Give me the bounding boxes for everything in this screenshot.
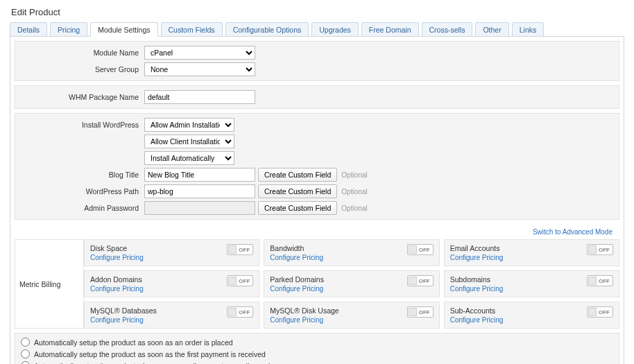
auto-setup-option-1[interactable]: Automatically setup the product as soon … xyxy=(21,348,613,360)
configure-pricing-link[interactable]: Configure Pricing xyxy=(450,285,504,293)
metric-name: Bandwidth xyxy=(270,244,323,252)
metric-name: Sub-Accounts xyxy=(450,306,504,315)
whm-package-label: WHM Package Name xyxy=(19,93,144,101)
auto-setup-option-2[interactable]: Automatically setup the product when you… xyxy=(21,360,613,364)
tab-module-settings[interactable]: Module Settings xyxy=(90,22,157,37)
auto-setup-block: Automatically setup the product as soon … xyxy=(15,333,619,364)
module-name-label: Module Name xyxy=(19,49,144,57)
metric-card: Parked DomainsConfigure PricingOFF xyxy=(264,270,439,297)
metric-toggle[interactable]: OFF xyxy=(227,306,253,318)
metric-card: MySQL® Disk UsageConfigure PricingOFF xyxy=(264,302,439,329)
wordpress-block: Install WordPress Allow Admin Installati… xyxy=(15,113,619,220)
configure-pricing-link[interactable]: Configure Pricing xyxy=(450,254,504,261)
blog-title-optional: Optional xyxy=(341,171,367,179)
metric-name: Disk Space xyxy=(90,244,144,252)
admin-pw-optional: Optional xyxy=(341,205,367,212)
server-group-label: Server Group xyxy=(19,65,144,73)
module-settings-panel: Module Name cPanel Server Group None WHM… xyxy=(10,36,624,364)
metric-toggle[interactable]: OFF xyxy=(227,244,253,255)
auto-setup-radio-1[interactable] xyxy=(21,349,30,358)
metric-card: Addon DomainsConfigure PricingOFF xyxy=(84,270,259,297)
configure-pricing-link[interactable]: Configure Pricing xyxy=(90,285,144,293)
wp-path-optional: Optional xyxy=(341,188,367,196)
metric-toggle[interactable]: OFF xyxy=(587,306,613,318)
metric-toggle[interactable]: OFF xyxy=(407,275,434,286)
tab-configurable-options[interactable]: Configurable Options xyxy=(225,22,309,37)
metric-toggle[interactable]: OFF xyxy=(587,244,613,255)
wp-path-label: WordPress Path xyxy=(19,187,144,196)
tab-details[interactable]: Details xyxy=(10,22,47,37)
auto-setup-label-1: Automatically setup the product as soon … xyxy=(34,350,266,358)
tab-pricing[interactable]: Pricing xyxy=(50,22,87,37)
wp-path-create-field-button[interactable]: Create Custom Field xyxy=(258,184,337,198)
switch-advanced-link[interactable]: Switch to Advanced Mode xyxy=(533,228,612,236)
tab-cross-sells[interactable]: Cross-sells xyxy=(422,22,473,37)
blog-title-label: Blog Title xyxy=(19,171,144,179)
whm-block: WHM Package Name xyxy=(15,85,619,109)
configure-pricing-link[interactable]: Configure Pricing xyxy=(270,285,324,293)
metric-toggle[interactable]: OFF xyxy=(587,275,613,286)
auto-setup-label-2: Automatically setup the product when you… xyxy=(34,362,277,365)
metric-toggle[interactable]: OFF xyxy=(407,244,434,255)
metric-card: SubdomainsConfigure PricingOFF xyxy=(444,270,619,297)
admin-pw-create-field-button[interactable]: Create Custom Field xyxy=(258,201,337,215)
auto-setup-label-0: Automatically setup the product as soon … xyxy=(34,338,233,347)
admin-pw-label: Admin Password xyxy=(19,204,144,212)
configure-pricing-link[interactable]: Configure Pricing xyxy=(270,316,339,324)
module-name-select[interactable]: cPanel xyxy=(144,46,255,60)
metric-name: Subdomains xyxy=(450,275,504,284)
tab-free-domain[interactable]: Free Domain xyxy=(361,22,419,37)
server-group-select[interactable]: None xyxy=(144,62,255,76)
configure-pricing-link[interactable]: Configure Pricing xyxy=(270,254,323,261)
configure-pricing-link[interactable]: Configure Pricing xyxy=(450,316,504,324)
blog-title-input[interactable] xyxy=(144,168,255,182)
metric-card: Disk SpaceConfigure PricingOFF xyxy=(84,239,259,266)
tab-other[interactable]: Other xyxy=(475,22,508,37)
tab-links[interactable]: Links xyxy=(512,22,545,37)
metric-name: MySQL® Databases xyxy=(90,306,157,315)
install-wp-select-1[interactable]: Allow Admin Installation xyxy=(144,118,234,132)
tab-upgrades[interactable]: Upgrades xyxy=(311,22,359,37)
metric-billing-wrap: Switch to Advanced Mode Metric Billing D… xyxy=(15,224,619,329)
module-block: Module Name cPanel Server Group None xyxy=(15,41,619,81)
install-wp-select-2[interactable]: Allow Client Installation xyxy=(144,135,234,148)
install-wp-label: Install WordPress xyxy=(19,121,144,129)
metric-card: MySQL® DatabasesConfigure PricingOFF xyxy=(84,302,259,329)
metric-card: BandwidthConfigure PricingOFF xyxy=(264,239,439,266)
metric-name: Email Accounts xyxy=(450,244,504,252)
page-title: Edit Product xyxy=(11,7,624,17)
configure-pricing-link[interactable]: Configure Pricing xyxy=(90,254,144,261)
blog-title-create-field-button[interactable]: Create Custom Field xyxy=(258,168,337,182)
whm-package-input[interactable] xyxy=(144,90,255,104)
metric-billing-label: Metric Billing xyxy=(15,239,84,329)
metric-card: Sub-AccountsConfigure PricingOFF xyxy=(444,302,619,329)
metric-name: Parked Domains xyxy=(270,275,324,284)
tabs: Details Pricing Module Settings Custom F… xyxy=(10,21,624,36)
auto-setup-radio-2[interactable] xyxy=(21,361,30,364)
auto-setup-radio-0[interactable] xyxy=(21,338,30,347)
metric-name: Addon Domains xyxy=(90,275,144,284)
auto-setup-option-0[interactable]: Automatically setup the product as soon … xyxy=(21,336,613,348)
metric-name: MySQL® Disk Usage xyxy=(270,306,339,315)
metric-card: Email AccountsConfigure PricingOFF xyxy=(444,239,619,266)
metric-toggle[interactable]: OFF xyxy=(227,275,253,286)
wp-path-input[interactable] xyxy=(144,184,255,198)
metric-toggle[interactable]: OFF xyxy=(407,306,434,318)
install-wp-select-3[interactable]: Install Automatically xyxy=(144,151,234,165)
tab-custom-fields[interactable]: Custom Fields xyxy=(161,22,223,37)
configure-pricing-link[interactable]: Configure Pricing xyxy=(90,316,157,324)
admin-pw-input[interactable] xyxy=(144,201,255,215)
